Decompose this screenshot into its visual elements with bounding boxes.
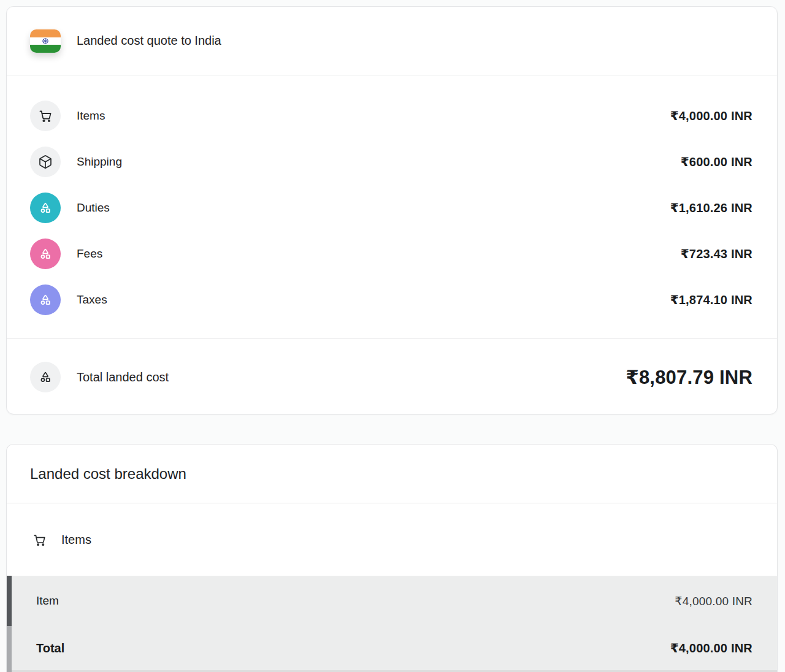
cost-row-value: ₹600.00 INR: [681, 155, 752, 169]
cost-row-shipping: Shipping ₹600.00 INR: [30, 139, 752, 185]
cost-row-label: Taxes: [77, 293, 107, 307]
cost-rows: Items ₹4,000.00 INR Shipping ₹600.00 INR…: [7, 75, 777, 338]
cart-icon: [33, 533, 47, 547]
shapes-icon: [30, 284, 61, 315]
india-flag-icon: [30, 29, 61, 53]
cost-row-fees: Fees ₹723.43 INR: [30, 231, 752, 277]
shapes-icon: [30, 193, 61, 223]
breakdown-title: Landed cost breakdown: [30, 465, 186, 483]
shapes-icon: [30, 239, 61, 269]
breakdown-items-section-header: Items: [7, 503, 777, 576]
landed-cost-quote-card: Landed cost quote to India Items ₹4,000.…: [6, 6, 778, 414]
cost-row-value: ₹723.43 INR: [681, 246, 752, 261]
cost-row-items: Items ₹4,000.00 INR: [30, 93, 752, 139]
scrollbar-thumb[interactable]: [7, 576, 12, 626]
table-row-label: Total: [36, 641, 64, 655]
shapes-icon: [30, 362, 61, 392]
total-landed-cost-row: Total landed cost ₹8,807.79 INR: [7, 339, 777, 414]
total-landed-cost-label: Total landed cost: [77, 370, 169, 384]
cost-row-label: Shipping: [77, 155, 122, 169]
scrollbar-track[interactable]: [7, 626, 12, 672]
quote-card-header: Landed cost quote to India: [7, 7, 777, 75]
cost-row-value: ₹1,610.26 INR: [670, 200, 752, 215]
table-row-label: Item: [36, 594, 59, 608]
table-row-total: Total ₹4,000.00 INR: [7, 626, 777, 670]
cost-row-value: ₹4,000.00 INR: [670, 109, 752, 123]
table-row-item: Item ₹4,000.00 INR: [7, 576, 777, 626]
cost-row-label: Fees: [77, 247, 102, 261]
cost-row-label: Duties: [77, 201, 110, 215]
total-landed-cost-value: ₹8,807.79 INR: [626, 366, 752, 389]
table-row-value: ₹4,000.00 INR: [675, 594, 752, 608]
breakdown-header: Landed cost breakdown: [7, 445, 777, 503]
cost-row-duties: Duties ₹1,610.26 INR: [30, 185, 752, 231]
cart-icon: [30, 101, 61, 131]
landed-cost-breakdown-card: Landed cost breakdown Items Item ₹4,000.…: [6, 444, 778, 672]
cost-row-value: ₹1,874.10 INR: [670, 292, 752, 307]
breakdown-table: Item ₹4,000.00 INR Total ₹4,000.00 INR: [7, 576, 777, 672]
cost-row-label: Items: [77, 109, 105, 123]
quote-card-title: Landed cost quote to India: [77, 34, 221, 48]
vertical-scrollbar[interactable]: [7, 576, 12, 672]
package-icon: [30, 147, 61, 177]
cost-row-taxes: Taxes ₹1,874.10 INR: [30, 277, 752, 323]
table-row-value: ₹4,000.00 INR: [670, 641, 752, 655]
breakdown-section-label: Items: [61, 533, 91, 547]
